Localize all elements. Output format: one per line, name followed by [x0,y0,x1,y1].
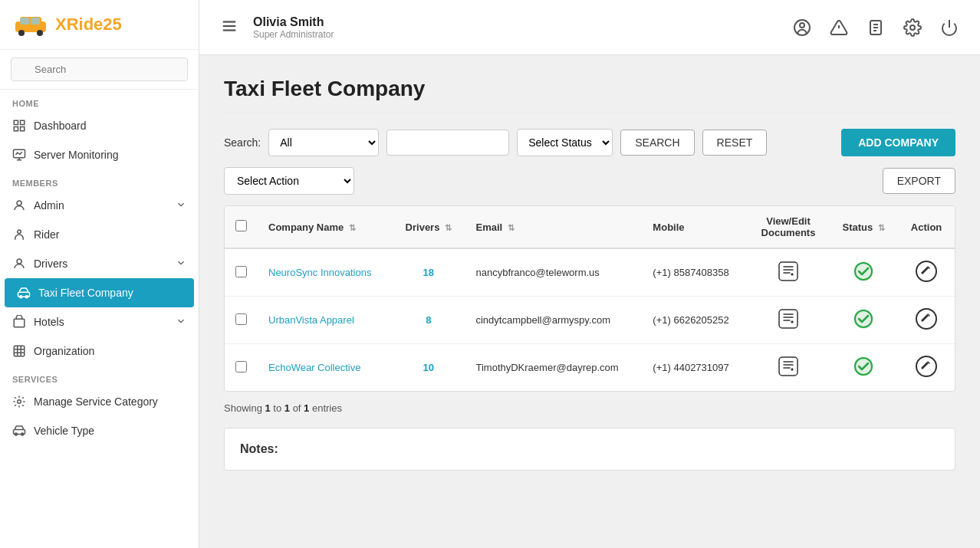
vehicle-icon [12,424,26,438]
table-row: UrbanVista Apparel 8 cindytcampbell@army… [225,297,955,344]
power-button[interactable] [937,15,962,40]
sidebar-item-rider[interactable]: Rider [0,220,199,249]
drivers-cell: 10 [392,344,465,392]
action-cell [898,344,955,392]
bulk-action-select[interactable]: Select Action Delete [224,167,354,195]
svg-point-48 [853,261,873,281]
sidebar-item-taxi-fleet[interactable]: Taxi Fleet Company [5,278,194,307]
company-name-link[interactable]: NeuroSync Innovations [268,267,371,278]
section-label-home: HOME [0,90,199,111]
pagination-to: 1 [284,402,290,414]
company-name-link[interactable]: UrbanVista Apparel [268,314,354,326]
view-edit-button[interactable] [776,307,801,333]
sidebar-item-manage-service[interactable]: Manage Service Category [0,387,199,416]
section-label-services: SERVICES [0,366,199,387]
search-text-input[interactable] [386,130,509,156]
service-icon [12,395,26,409]
table-row: NeuroSync Innovations 18 nancybfranco@te… [225,248,955,297]
svg-rect-10 [14,127,18,131]
view-edit-button[interactable] [776,354,801,381]
row-checkbox[interactable] [235,266,247,277]
search-button[interactable]: SEARCH [620,130,694,156]
row-checkbox-cell [225,248,258,297]
clipboard-icon [867,18,885,37]
document-button[interactable] [863,15,888,40]
row-checkbox-cell [225,297,258,344]
pagination-total: 1 [304,402,309,414]
driver-icon [12,257,26,271]
email-cell: cindytcampbell@armyspy.com [465,297,642,344]
sidebar-item-organization[interactable]: Organization [0,336,199,366]
alert-triangle-icon [830,18,848,37]
gear-icon [903,18,922,37]
row-checkbox[interactable] [235,361,247,372]
chart-icon [12,148,26,162]
row-checkbox[interactable] [235,313,247,325]
hotel-icon [12,315,26,329]
edit-button[interactable] [913,258,939,287]
edit-button[interactable] [913,306,939,334]
taxi-fleet-label: Taxi Fleet Company [38,287,133,299]
svg-point-45 [910,25,915,30]
sidebar-item-server-monitoring[interactable]: Server Monitoring [0,140,199,169]
sidebar-item-dashboard[interactable]: Dashboard [0,111,199,140]
view-edit-cell [748,344,830,392]
svg-point-54 [916,309,936,329]
status-cell [829,248,898,297]
search-toolbar: Search: All Company Name Email Mobile Se… [224,129,955,156]
search-label: Search: [224,136,261,149]
add-company-button[interactable]: ADD COMPANY [841,129,955,156]
svg-rect-47 [779,262,797,281]
status-select[interactable]: Select Status Active Inactive [517,129,613,156]
edit-circle-icon [915,307,938,330]
status-active-icon [852,355,875,378]
user-profile-button[interactable] [790,15,814,40]
svg-rect-4 [20,18,29,25]
search-type-select[interactable]: All Company Name Email Mobile [268,129,379,156]
drivers-count: 18 [403,267,454,278]
status-header: Status ⇅ [829,206,898,248]
view-edit-cell [748,297,830,344]
logo-icon [12,11,49,38]
drivers-arrow [176,258,186,271]
settings-button[interactable] [900,15,925,40]
drivers-cell: 8 [392,297,465,344]
menu-toggle-button[interactable] [218,15,241,40]
select-all-header [225,206,258,248]
sidebar-item-drivers[interactable]: Drivers [0,249,199,278]
svg-point-30 [18,400,21,404]
svg-point-56 [853,356,873,376]
view-edit-button[interactable] [776,259,801,286]
status-toggle-button[interactable] [850,258,876,287]
chevron-down-icon [176,199,186,210]
document-edit-icon [778,356,799,377]
edit-circle-icon [915,260,938,283]
reset-button[interactable]: RESET [702,130,768,156]
export-button[interactable]: EXPORT [883,168,955,194]
mobile-cell: (+1) 6626205252 [642,297,747,344]
admin-arrow [176,199,186,212]
alert-button[interactable] [827,15,851,40]
sidebar-item-vehicle-type[interactable]: Vehicle Type [0,416,199,445]
mobile-cell: (+1) 4402731097 [642,344,747,392]
organization-label: Organization [34,345,94,357]
search-input[interactable] [11,57,188,81]
sidebar-item-hotels[interactable]: Hotels [0,307,199,336]
header-icons [790,15,962,40]
svg-rect-11 [21,127,25,131]
svg-point-50 [916,261,936,281]
svg-rect-51 [779,310,797,328]
status-toggle-button[interactable] [850,353,876,382]
status-active-icon [852,307,875,330]
logo: XRide25 [0,0,199,50]
company-name-cell: EchoWear Collective [258,344,392,392]
edit-button[interactable] [913,353,939,382]
header-user-info: Olivia Smith Super Administrator [253,15,790,40]
admin-label: Admin [34,199,64,212]
sidebar-item-admin[interactable]: Admin [0,191,199,220]
select-all-checkbox[interactable] [235,220,247,231]
status-toggle-button[interactable] [850,306,876,334]
action-cell [898,297,955,344]
company-name-link[interactable]: EchoWear Collective [268,362,360,373]
company-table: Company Name ⇅ Drivers ⇅ Email ⇅ Mobile … [224,205,955,392]
